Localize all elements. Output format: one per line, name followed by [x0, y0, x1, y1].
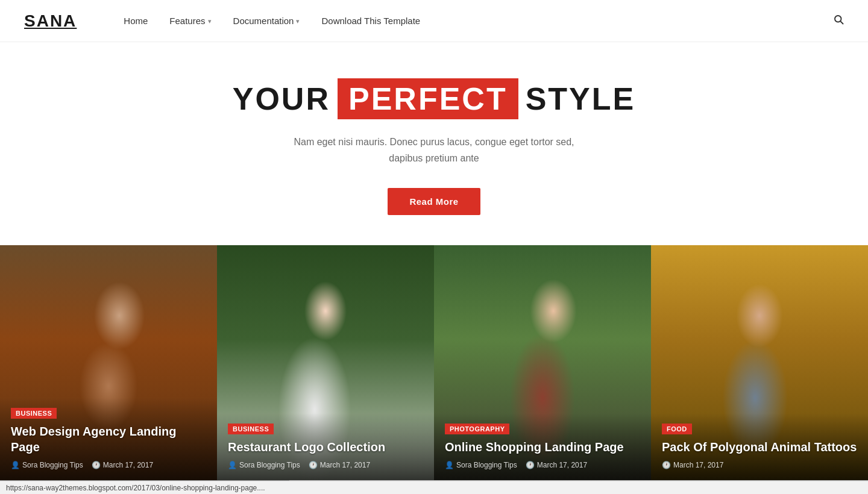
card-overlay-1: BUSINESS Web Design Agency Landing Page …: [0, 398, 217, 480]
card-date-2: 🕐 March 17, 2017: [309, 461, 370, 469]
card-title-2: Restaurant Logo Collection: [228, 439, 423, 455]
card-title-1: Web Design Agency Landing Page: [11, 424, 206, 455]
card-badge-1: BUSINESS: [11, 408, 57, 419]
card-online-shopping[interactable]: PHOTOGRAPHY Online Shopping Landing Page…: [434, 245, 651, 480]
author-icon-3: 👤: [445, 461, 454, 469]
hero-subtitle: Nam eget nisi mauris. Donec purus lacus,…: [277, 134, 591, 166]
hero-title-left: YOUR: [233, 81, 330, 117]
card-meta-3: 👤 Sora Blogging Tips 🕐 March 17, 2017: [445, 461, 640, 469]
date-icon-4: 🕐: [662, 461, 671, 469]
card-overlay-4: FOOD Pack Of Polygonal Animal Tattoos 🕐 …: [651, 413, 868, 480]
card-overlay-2: BUSINESS Restaurant Logo Collection 👤 So…: [217, 413, 434, 480]
card-date-3: 🕐 March 17, 2017: [526, 461, 587, 469]
read-more-button[interactable]: Read More: [388, 188, 480, 215]
search-icon[interactable]: [833, 14, 844, 28]
card-restaurant-logo[interactable]: BUSINESS Restaurant Logo Collection 👤 So…: [217, 245, 434, 480]
nav-documentation[interactable]: Documentation ▾: [222, 0, 311, 42]
card-meta-1: 👤 Sora Blogging Tips 🕐 March 17, 2017: [11, 461, 206, 469]
card-meta-4: 🕐 March 17, 2017: [662, 461, 857, 469]
hero-title-right: STYLE: [526, 81, 636, 117]
nav-features[interactable]: Features ▾: [159, 0, 222, 42]
status-bar: https://sana-way2themes.blogspot.com/201…: [0, 481, 868, 494]
date-icon-2: 🕐: [309, 461, 318, 469]
hero-title-highlight: PERFECT: [338, 78, 518, 119]
card-author-2: 👤 Sora Blogging Tips: [228, 461, 300, 469]
features-dropdown-arrow: ▾: [208, 0, 212, 42]
card-badge-4: FOOD: [662, 424, 692, 434]
card-title-3: Online Shopping Landing Page: [445, 439, 640, 455]
svg-line-1: [840, 21, 843, 23]
nav-links: Home Features ▾ Documentation ▾ Download…: [113, 0, 833, 42]
card-badge-3: PHOTOGRAPHY: [445, 424, 509, 434]
card-badge-2: BUSINESS: [228, 424, 274, 434]
hero-title: YOUR PERFECT STYLE: [12, 78, 856, 119]
card-date-1: 🕐 March 17, 2017: [92, 461, 153, 469]
card-date-4: 🕐 March 17, 2017: [662, 461, 723, 469]
cards-grid: BUSINESS Web Design Agency Landing Page …: [0, 245, 868, 480]
card-animal-tattoos[interactable]: FOOD Pack Of Polygonal Animal Tattoos 🕐 …: [651, 245, 868, 480]
hero-section: YOUR PERFECT STYLE Nam eget nisi mauris.…: [0, 42, 868, 245]
site-logo[interactable]: SANA: [24, 11, 77, 31]
author-icon-1: 👤: [11, 461, 20, 469]
navbar: SANA Home Features ▾ Documentation ▾ Dow…: [0, 0, 868, 42]
card-web-design[interactable]: BUSINESS Web Design Agency Landing Page …: [0, 245, 217, 480]
documentation-dropdown-arrow: ▾: [296, 0, 300, 42]
card-author-1: 👤 Sora Blogging Tips: [11, 461, 83, 469]
status-url: https://sana-way2themes.blogspot.com/201…: [6, 484, 265, 492]
card-meta-2: 👤 Sora Blogging Tips 🕐 March 17, 2017: [228, 461, 423, 469]
date-icon-3: 🕐: [526, 461, 535, 469]
author-icon-2: 👤: [228, 461, 237, 469]
card-overlay-3: PHOTOGRAPHY Online Shopping Landing Page…: [434, 413, 651, 480]
nav-download-template[interactable]: Download This Template: [310, 0, 431, 42]
date-icon-1: 🕐: [92, 461, 101, 469]
card-author-3: 👤 Sora Blogging Tips: [445, 461, 517, 469]
card-title-4: Pack Of Polygonal Animal Tattoos: [662, 439, 857, 455]
nav-home[interactable]: Home: [113, 0, 159, 42]
